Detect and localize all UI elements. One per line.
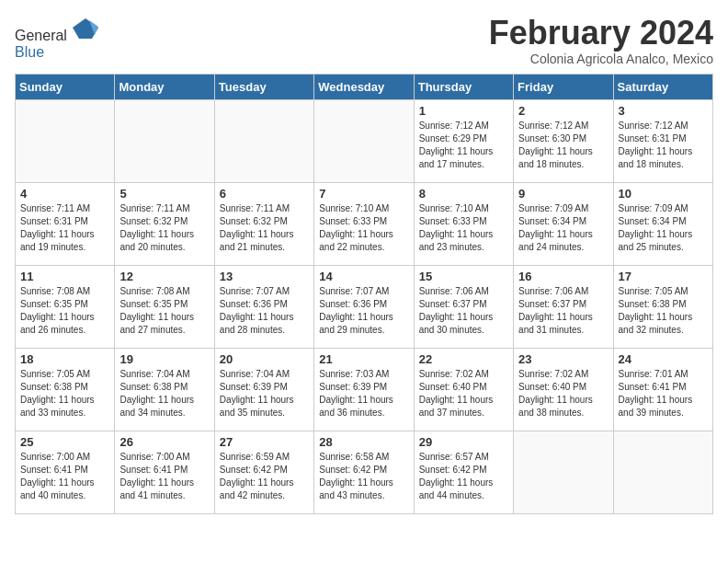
day-info: Sunrise: 7:00 AM Sunset: 6:41 PM Dayligh… <box>20 451 109 502</box>
calendar-title: February 2024 <box>489 15 713 52</box>
calendar-cell: 17Sunrise: 7:05 AM Sunset: 6:38 PM Dayli… <box>613 265 712 348</box>
day-number: 1 <box>419 104 508 118</box>
calendar-cell: 16Sunrise: 7:06 AM Sunset: 6:37 PM Dayli… <box>514 265 613 348</box>
day-number: 18 <box>20 352 109 366</box>
calendar-cell: 10Sunrise: 7:09 AM Sunset: 6:34 PM Dayli… <box>613 182 712 265</box>
day-info: Sunrise: 7:11 AM Sunset: 6:31 PM Dayligh… <box>20 202 109 254</box>
calendar-cell <box>214 99 313 182</box>
logo-blue-text: Blue <box>15 44 44 60</box>
calendar-cell: 15Sunrise: 7:06 AM Sunset: 6:37 PM Dayli… <box>414 265 513 348</box>
day-number: 9 <box>518 187 608 201</box>
day-number: 22 <box>419 352 508 366</box>
day-info: Sunrise: 7:10 AM Sunset: 6:33 PM Dayligh… <box>419 202 508 254</box>
day-number: 25 <box>20 435 109 449</box>
day-number: 16 <box>518 270 608 283</box>
calendar-week-row: 11Sunrise: 7:08 AM Sunset: 6:35 PM Dayli… <box>16 265 713 348</box>
day-info: Sunrise: 7:01 AM Sunset: 6:41 PM Dayligh… <box>619 368 708 419</box>
calendar-cell: 12Sunrise: 7:08 AM Sunset: 6:35 PM Dayli… <box>115 265 214 348</box>
day-info: Sunrise: 7:08 AM Sunset: 6:35 PM Dayligh… <box>119 285 209 337</box>
title-area: February 2024 Colonia Agricola Analco, M… <box>489 15 713 66</box>
day-info: Sunrise: 6:57 AM Sunset: 6:42 PM Dayligh… <box>419 451 508 502</box>
day-info: Sunrise: 7:06 AM Sunset: 6:37 PM Dayligh… <box>518 285 608 337</box>
day-number: 14 <box>319 270 408 283</box>
calendar-cell <box>115 99 214 182</box>
day-number: 20 <box>220 352 309 366</box>
calendar-cell: 13Sunrise: 7:07 AM Sunset: 6:36 PM Dayli… <box>214 265 313 348</box>
calendar-cell: 7Sunrise: 7:10 AM Sunset: 6:33 PM Daylig… <box>314 182 414 265</box>
weekday-header-row: SundayMondayTuesdayWednesdayThursdayFrid… <box>16 74 713 99</box>
day-info: Sunrise: 7:10 AM Sunset: 6:33 PM Dayligh… <box>319 202 408 254</box>
calendar-cell: 25Sunrise: 7:00 AM Sunset: 6:41 PM Dayli… <box>16 431 115 513</box>
calendar-cell: 23Sunrise: 7:02 AM Sunset: 6:40 PM Dayli… <box>514 348 613 431</box>
day-info: Sunrise: 7:09 AM Sunset: 6:34 PM Dayligh… <box>518 202 608 254</box>
day-number: 26 <box>119 435 209 449</box>
day-number: 17 <box>619 270 708 283</box>
day-info: Sunrise: 7:05 AM Sunset: 6:38 PM Dayligh… <box>20 368 109 419</box>
day-info: Sunrise: 7:09 AM Sunset: 6:34 PM Dayligh… <box>619 202 708 254</box>
day-number: 29 <box>419 435 508 449</box>
calendar-cell: 3Sunrise: 7:12 AM Sunset: 6:31 PM Daylig… <box>613 99 712 182</box>
day-info: Sunrise: 7:12 AM Sunset: 6:29 PM Dayligh… <box>419 120 508 171</box>
day-number: 12 <box>119 270 209 283</box>
day-info: Sunrise: 7:02 AM Sunset: 6:40 PM Dayligh… <box>419 368 508 419</box>
logo-icon <box>73 15 98 40</box>
calendar-cell: 24Sunrise: 7:01 AM Sunset: 6:41 PM Dayli… <box>613 348 712 431</box>
calendar-table: SundayMondayTuesdayWednesdayThursdayFrid… <box>15 74 713 514</box>
calendar-cell: 11Sunrise: 7:08 AM Sunset: 6:35 PM Dayli… <box>16 265 115 348</box>
day-info: Sunrise: 7:07 AM Sunset: 6:36 PM Dayligh… <box>319 285 408 337</box>
day-number: 7 <box>319 187 408 201</box>
day-info: Sunrise: 7:06 AM Sunset: 6:37 PM Dayligh… <box>419 285 508 337</box>
day-info: Sunrise: 6:59 AM Sunset: 6:42 PM Dayligh… <box>220 451 309 502</box>
calendar-cell <box>514 431 613 513</box>
calendar-cell: 26Sunrise: 7:00 AM Sunset: 6:41 PM Dayli… <box>115 431 214 513</box>
day-number: 27 <box>220 435 309 449</box>
day-info: Sunrise: 7:08 AM Sunset: 6:35 PM Dayligh… <box>20 285 109 337</box>
weekday-header-sunday: Sunday <box>16 74 115 99</box>
day-number: 10 <box>619 187 708 201</box>
calendar-week-row: 4Sunrise: 7:11 AM Sunset: 6:31 PM Daylig… <box>16 182 713 265</box>
day-number: 15 <box>419 270 508 283</box>
calendar-cell: 1Sunrise: 7:12 AM Sunset: 6:29 PM Daylig… <box>414 99 513 182</box>
calendar-cell <box>613 431 712 513</box>
calendar-cell: 9Sunrise: 7:09 AM Sunset: 6:34 PM Daylig… <box>514 182 613 265</box>
day-number: 3 <box>619 104 708 118</box>
calendar-subtitle: Colonia Agricola Analco, Mexico <box>489 52 713 66</box>
day-number: 13 <box>220 270 309 283</box>
day-info: Sunrise: 7:05 AM Sunset: 6:38 PM Dayligh… <box>619 285 708 337</box>
calendar-week-row: 18Sunrise: 7:05 AM Sunset: 6:38 PM Dayli… <box>16 348 713 431</box>
weekday-header-saturday: Saturday <box>613 74 712 99</box>
day-number: 5 <box>119 187 209 201</box>
day-number: 21 <box>319 352 408 366</box>
calendar-week-row: 25Sunrise: 7:00 AM Sunset: 6:41 PM Dayli… <box>16 431 713 513</box>
day-info: Sunrise: 7:04 AM Sunset: 6:39 PM Dayligh… <box>220 368 309 419</box>
day-number: 6 <box>220 187 309 201</box>
calendar-cell <box>314 99 414 182</box>
calendar-cell: 6Sunrise: 7:11 AM Sunset: 6:32 PM Daylig… <box>214 182 313 265</box>
calendar-cell: 8Sunrise: 7:10 AM Sunset: 6:33 PM Daylig… <box>414 182 513 265</box>
day-info: Sunrise: 7:11 AM Sunset: 6:32 PM Dayligh… <box>220 202 309 254</box>
day-number: 11 <box>20 270 109 283</box>
day-number: 19 <box>119 352 209 366</box>
logo-general-text: General <box>15 28 67 43</box>
calendar-week-row: 1Sunrise: 7:12 AM Sunset: 6:29 PM Daylig… <box>16 99 713 182</box>
day-info: Sunrise: 7:00 AM Sunset: 6:41 PM Dayligh… <box>119 451 209 502</box>
day-number: 24 <box>619 352 708 366</box>
calendar-cell: 5Sunrise: 7:11 AM Sunset: 6:32 PM Daylig… <box>115 182 214 265</box>
day-info: Sunrise: 7:12 AM Sunset: 6:31 PM Dayligh… <box>619 120 708 171</box>
header: General Blue February 2024 Colonia Agric… <box>15 15 713 66</box>
day-info: Sunrise: 7:07 AM Sunset: 6:36 PM Dayligh… <box>220 285 309 337</box>
day-number: 23 <box>518 352 608 366</box>
calendar-cell: 27Sunrise: 6:59 AM Sunset: 6:42 PM Dayli… <box>214 431 313 513</box>
calendar-cell: 22Sunrise: 7:02 AM Sunset: 6:40 PM Dayli… <box>414 348 513 431</box>
weekday-header-tuesday: Tuesday <box>214 74 313 99</box>
calendar-cell: 4Sunrise: 7:11 AM Sunset: 6:31 PM Daylig… <box>16 182 115 265</box>
calendar-cell: 21Sunrise: 7:03 AM Sunset: 6:39 PM Dayli… <box>314 348 414 431</box>
weekday-header-thursday: Thursday <box>414 74 513 99</box>
weekday-header-wednesday: Wednesday <box>314 74 414 99</box>
day-info: Sunrise: 7:11 AM Sunset: 6:32 PM Dayligh… <box>119 202 209 254</box>
calendar-cell <box>16 99 115 182</box>
day-number: 28 <box>319 435 408 449</box>
day-number: 8 <box>419 187 508 201</box>
calendar-cell: 28Sunrise: 6:58 AM Sunset: 6:42 PM Dayli… <box>314 431 414 513</box>
calendar-cell: 2Sunrise: 7:12 AM Sunset: 6:30 PM Daylig… <box>514 99 613 182</box>
